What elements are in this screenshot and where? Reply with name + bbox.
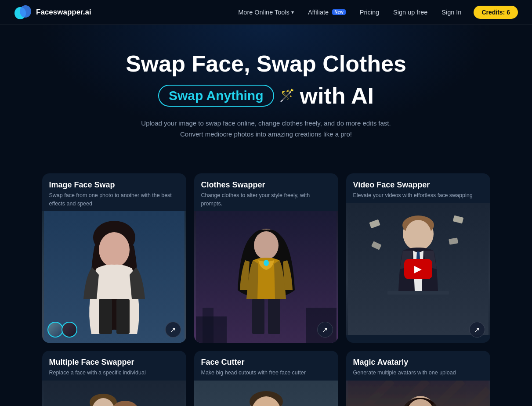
signup-link[interactable]: Sign up free	[388, 6, 433, 18]
hero-subtitle-row: Swap Anything 🪄 with AI	[9, 83, 523, 109]
card-header: Clothes Swapper Change clothes to alter …	[194, 173, 338, 212]
swap-anything-badge: Swap Anything	[158, 85, 274, 107]
card-desc: Change clothes to alter your style freel…	[201, 191, 331, 208]
card-desc: Replace a face with a specific individua…	[49, 369, 179, 377]
card-image	[194, 381, 338, 406]
card-header: Video Face Swapper Elevate your videos w…	[346, 173, 490, 203]
card-multiple-face-swapper[interactable]: Multiple Face Swapper Replace a face wit…	[42, 351, 186, 406]
magic-icon: 🪄	[279, 88, 295, 103]
card-title: Magic Avatarly	[353, 358, 483, 367]
affiliate-link[interactable]: Affiliate New	[303, 6, 351, 18]
card-visual	[42, 381, 186, 406]
card-header: Magic Avatarly Generate multiple avatars…	[346, 351, 490, 381]
card-header: Face Cutter Make big head cutouts with f…	[194, 351, 338, 381]
svg-point-20	[405, 220, 431, 250]
arrow-button[interactable]: ↗	[469, 322, 485, 338]
card-title: Image Face Swap	[49, 180, 179, 190]
card-face-cutter[interactable]: Face Cutter Make big head cutouts with f…	[194, 351, 338, 406]
arrow-button[interactable]: ↗	[165, 322, 181, 338]
hero-section: Swap Face, Swap Clothes Swap Anything 🪄 …	[0, 25, 532, 158]
logo[interactable]: Faceswapper.ai	[14, 4, 91, 21]
card-bottom: ↗	[199, 322, 333, 338]
avatar-1	[47, 322, 63, 338]
svg-point-1	[20, 5, 31, 18]
hero-desc-line2: Convert mediocre photos into amazing cre…	[9, 129, 523, 140]
pricing-link[interactable]: Pricing	[355, 6, 384, 18]
hero-heading: Swap Face, Swap Clothes	[9, 51, 523, 77]
cards-grid: Image Face Swap Swap face from one photo…	[33, 173, 499, 406]
card-desc: Make big head cutouts with free face cut…	[201, 369, 331, 377]
more-tools-link[interactable]: More Online Tools ▾	[233, 6, 299, 18]
avatars-row	[47, 322, 76, 338]
card-bottom: ↗	[351, 322, 485, 338]
card-visual	[194, 381, 338, 406]
card-title: Multiple Face Swapper	[49, 358, 179, 367]
card-title: Face Cutter	[201, 358, 331, 367]
card-image: ▶	[346, 203, 490, 335]
card-desc: Elevate your videos with effortless face…	[353, 191, 483, 200]
credits-button[interactable]: Credits: 6	[474, 6, 518, 19]
card-image	[42, 381, 186, 406]
card-image	[346, 381, 490, 406]
card-header: Multiple Face Swapper Replace a face wit…	[42, 351, 186, 381]
card-bottom: ↗	[47, 322, 181, 338]
card-image-face-swap[interactable]: Image Face Swap Swap face from one photo…	[42, 173, 186, 343]
arrow-button[interactable]: ↗	[317, 322, 333, 338]
card-video-face-swapper[interactable]: Video Face Swapper Elevate your videos w…	[346, 173, 490, 343]
hero-desc-line1: Upload your image to swap face online, c…	[9, 118, 523, 129]
logo-text: Faceswapper.ai	[36, 8, 91, 17]
card-title: Video Face Swapper	[353, 180, 483, 190]
nav-links: More Online Tools ▾ Affiliate New Pricin…	[233, 6, 518, 19]
signin-link[interactable]: Sign In	[436, 6, 467, 18]
new-badge: New	[332, 9, 346, 15]
svg-rect-25	[387, 291, 449, 295]
card-title: Clothes Swapper	[201, 180, 331, 190]
play-button[interactable]: ▶	[404, 259, 432, 279]
card-header: Image Face Swap Swap face from one photo…	[42, 173, 186, 212]
svg-point-10	[254, 231, 279, 259]
svg-point-5	[99, 232, 130, 267]
card-desc: Swap face from one photo to another with…	[49, 191, 179, 208]
svg-point-11	[264, 260, 269, 266]
logo-icon	[14, 4, 32, 21]
card-magic-avatarly[interactable]: Magic Avatarly Generate multiple avatars…	[346, 351, 490, 406]
chevron-down-icon: ▾	[291, 9, 294, 15]
hero-subtitle-tail: with AI	[300, 83, 374, 109]
card-desc: Generate multiple avatars with one uploa…	[353, 369, 483, 377]
card-visual	[346, 381, 490, 406]
card-clothes-swapper[interactable]: Clothes Swapper Change clothes to alter …	[194, 173, 338, 343]
avatar-2	[62, 322, 77, 338]
navbar: Faceswapper.ai More Online Tools ▾ Affil…	[0, 0, 532, 25]
